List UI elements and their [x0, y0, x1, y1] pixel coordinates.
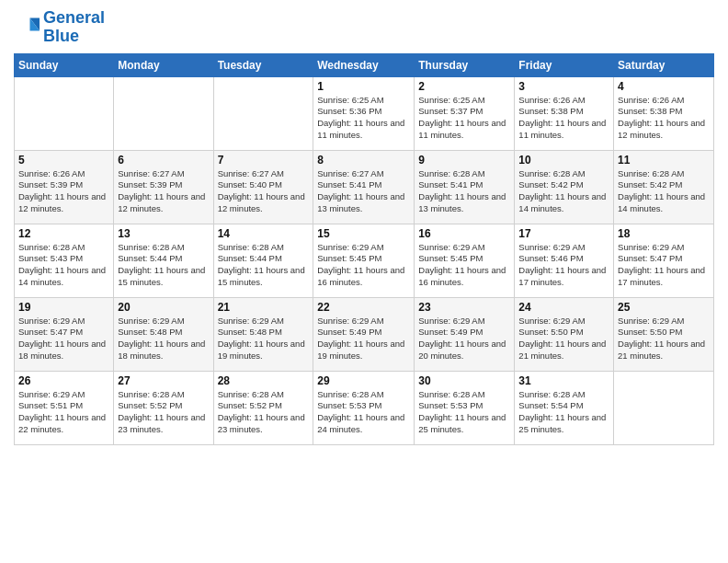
calendar-cell: 12Sunrise: 6:28 AM Sunset: 5:43 PM Dayli… — [15, 224, 114, 297]
calendar-cell: 23Sunrise: 6:29 AM Sunset: 5:49 PM Dayli… — [415, 297, 515, 371]
day-info: Sunrise: 6:29 AM Sunset: 5:49 PM Dayligh… — [418, 316, 510, 362]
calendar-cell: 31Sunrise: 6:28 AM Sunset: 5:54 PM Dayli… — [515, 371, 614, 444]
day-number: 9 — [418, 154, 510, 167]
calendar-cell: 22Sunrise: 6:29 AM Sunset: 5:49 PM Dayli… — [313, 297, 415, 371]
day-number: 20 — [118, 301, 209, 314]
day-number: 16 — [418, 227, 510, 240]
weekday-header-tuesday: Tuesday — [213, 53, 313, 76]
day-info: Sunrise: 6:25 AM Sunset: 5:37 PM Dayligh… — [418, 95, 510, 142]
calendar-cell: 9Sunrise: 6:28 AM Sunset: 5:41 PM Daylig… — [415, 150, 515, 224]
day-number: 1 — [317, 80, 410, 93]
day-info: Sunrise: 6:27 AM Sunset: 5:41 PM Dayligh… — [317, 168, 410, 215]
day-number: 14 — [218, 227, 310, 240]
calendar-cell: 20Sunrise: 6:29 AM Sunset: 5:48 PM Dayli… — [114, 297, 213, 371]
day-number: 27 — [118, 374, 209, 387]
day-number: 6 — [118, 154, 209, 167]
day-number: 24 — [518, 301, 609, 314]
weekday-header-monday: Monday — [114, 53, 213, 76]
day-number: 19 — [18, 301, 109, 314]
day-info: Sunrise: 6:28 AM Sunset: 5:53 PM Dayligh… — [418, 389, 510, 436]
day-info: Sunrise: 6:28 AM Sunset: 5:53 PM Dayligh… — [317, 389, 410, 436]
calendar-cell: 27Sunrise: 6:28 AM Sunset: 5:52 PM Dayli… — [114, 371, 213, 444]
day-info: Sunrise: 6:28 AM Sunset: 5:54 PM Dayligh… — [518, 389, 609, 436]
calendar-cell: 4Sunrise: 6:26 AM Sunset: 5:38 PM Daylig… — [614, 76, 714, 150]
day-info: Sunrise: 6:29 AM Sunset: 5:48 PM Dayligh… — [118, 316, 209, 362]
day-number: 28 — [218, 374, 310, 387]
day-info: Sunrise: 6:28 AM Sunset: 5:44 PM Dayligh… — [218, 242, 310, 289]
calendar-cell: 28Sunrise: 6:28 AM Sunset: 5:52 PM Dayli… — [213, 371, 313, 444]
day-info: Sunrise: 6:28 AM Sunset: 5:41 PM Dayligh… — [418, 168, 510, 215]
calendar-cell: 21Sunrise: 6:29 AM Sunset: 5:48 PM Dayli… — [213, 297, 313, 371]
calendar-cell: 8Sunrise: 6:27 AM Sunset: 5:41 PM Daylig… — [313, 150, 415, 224]
day-info: Sunrise: 6:29 AM Sunset: 5:48 PM Dayligh… — [218, 316, 310, 362]
day-number: 29 — [317, 374, 410, 387]
day-info: Sunrise: 6:29 AM Sunset: 5:51 PM Dayligh… — [18, 389, 109, 436]
day-number: 2 — [418, 80, 510, 93]
calendar-cell: 5Sunrise: 6:26 AM Sunset: 5:39 PM Daylig… — [15, 150, 114, 224]
day-number: 3 — [518, 80, 609, 93]
day-number: 18 — [618, 227, 710, 240]
calendar-week-row: 12Sunrise: 6:28 AM Sunset: 5:43 PM Dayli… — [15, 224, 714, 297]
day-number: 31 — [518, 374, 609, 387]
weekday-header-saturday: Saturday — [614, 53, 714, 76]
day-info: Sunrise: 6:28 AM Sunset: 5:52 PM Dayligh… — [118, 389, 209, 436]
day-info: Sunrise: 6:28 AM Sunset: 5:43 PM Dayligh… — [18, 242, 109, 289]
day-info: Sunrise: 6:29 AM Sunset: 5:47 PM Dayligh… — [18, 316, 109, 362]
weekday-header-friday: Friday — [515, 53, 614, 76]
calendar-cell: 25Sunrise: 6:29 AM Sunset: 5:50 PM Dayli… — [614, 297, 714, 371]
day-info: Sunrise: 6:29 AM Sunset: 5:50 PM Dayligh… — [518, 316, 609, 362]
day-number: 17 — [518, 227, 609, 240]
day-number: 26 — [18, 374, 109, 387]
day-number: 7 — [218, 154, 310, 167]
logo-text: General Blue — [43, 9, 105, 46]
day-info: Sunrise: 6:27 AM Sunset: 5:40 PM Dayligh… — [218, 168, 310, 215]
calendar-cell: 13Sunrise: 6:28 AM Sunset: 5:44 PM Dayli… — [114, 224, 213, 297]
day-number: 12 — [18, 227, 109, 240]
header: General Blue — [14, 9, 714, 46]
day-number: 13 — [118, 227, 209, 240]
page: General Blue SundayMondayTuesdayWednesda… — [0, 0, 728, 563]
calendar-cell: 7Sunrise: 6:27 AM Sunset: 5:40 PM Daylig… — [213, 150, 313, 224]
day-number: 8 — [317, 154, 410, 167]
generalblue-logo-icon — [14, 15, 40, 40]
calendar-cell: 11Sunrise: 6:28 AM Sunset: 5:42 PM Dayli… — [614, 150, 714, 224]
calendar-cell: 10Sunrise: 6:28 AM Sunset: 5:42 PM Dayli… — [515, 150, 614, 224]
calendar-cell: 15Sunrise: 6:29 AM Sunset: 5:45 PM Dayli… — [313, 224, 415, 297]
weekday-header-thursday: Thursday — [415, 53, 515, 76]
weekday-header-sunday: Sunday — [15, 53, 114, 76]
day-info: Sunrise: 6:26 AM Sunset: 5:38 PM Dayligh… — [618, 95, 710, 142]
calendar-cell — [213, 76, 313, 150]
day-info: Sunrise: 6:25 AM Sunset: 5:36 PM Dayligh… — [317, 95, 410, 142]
day-info: Sunrise: 6:26 AM Sunset: 5:38 PM Dayligh… — [518, 95, 609, 142]
day-info: Sunrise: 6:28 AM Sunset: 5:42 PM Dayligh… — [618, 168, 710, 215]
day-info: Sunrise: 6:29 AM Sunset: 5:50 PM Dayligh… — [618, 316, 710, 362]
day-info: Sunrise: 6:29 AM Sunset: 5:46 PM Dayligh… — [518, 242, 609, 289]
calendar-cell: 30Sunrise: 6:28 AM Sunset: 5:53 PM Dayli… — [415, 371, 515, 444]
day-info: Sunrise: 6:29 AM Sunset: 5:45 PM Dayligh… — [418, 242, 510, 289]
day-number: 15 — [317, 227, 410, 240]
day-number: 21 — [218, 301, 310, 314]
calendar-table: SundayMondayTuesdayWednesdayThursdayFrid… — [14, 53, 714, 445]
calendar-cell: 14Sunrise: 6:28 AM Sunset: 5:44 PM Dayli… — [213, 224, 313, 297]
calendar-cell: 3Sunrise: 6:26 AM Sunset: 5:38 PM Daylig… — [515, 76, 614, 150]
logo: General Blue — [14, 9, 105, 46]
day-number: 23 — [418, 301, 510, 314]
calendar-cell: 17Sunrise: 6:29 AM Sunset: 5:46 PM Dayli… — [515, 224, 614, 297]
calendar-cell: 6Sunrise: 6:27 AM Sunset: 5:39 PM Daylig… — [114, 150, 213, 224]
calendar-cell: 26Sunrise: 6:29 AM Sunset: 5:51 PM Dayli… — [15, 371, 114, 444]
calendar-cell — [114, 76, 213, 150]
calendar-header-row: SundayMondayTuesdayWednesdayThursdayFrid… — [15, 53, 714, 76]
calendar-cell: 2Sunrise: 6:25 AM Sunset: 5:37 PM Daylig… — [415, 76, 515, 150]
day-info: Sunrise: 6:28 AM Sunset: 5:52 PM Dayligh… — [218, 389, 310, 436]
day-number: 25 — [618, 301, 710, 314]
calendar-cell: 16Sunrise: 6:29 AM Sunset: 5:45 PM Dayli… — [415, 224, 515, 297]
calendar-cell — [614, 371, 714, 444]
day-info: Sunrise: 6:29 AM Sunset: 5:49 PM Dayligh… — [317, 316, 410, 362]
calendar-week-row: 1Sunrise: 6:25 AM Sunset: 5:36 PM Daylig… — [15, 76, 714, 150]
day-number: 5 — [18, 154, 109, 167]
day-info: Sunrise: 6:28 AM Sunset: 5:42 PM Dayligh… — [518, 168, 609, 215]
day-number: 4 — [618, 80, 710, 93]
calendar-week-row: 5Sunrise: 6:26 AM Sunset: 5:39 PM Daylig… — [15, 150, 714, 224]
day-number: 30 — [418, 374, 510, 387]
calendar-cell: 1Sunrise: 6:25 AM Sunset: 5:36 PM Daylig… — [313, 76, 415, 150]
